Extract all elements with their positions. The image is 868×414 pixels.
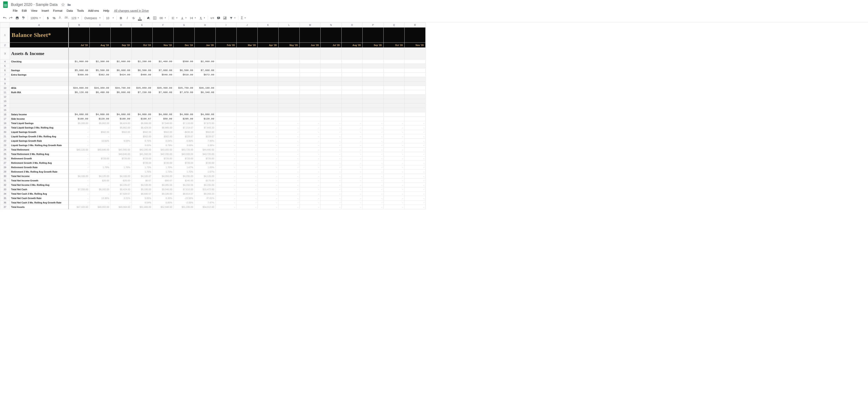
data-cell[interactable]: - [216,165,237,170]
data-cell[interactable]: - [279,174,300,179]
data-cell[interactable]: $295.00 [174,117,195,121]
percent-button[interactable]: % [51,15,57,21]
data-cell[interactable]: $720.00 [195,156,216,161]
data-cell[interactable] [342,68,363,73]
row-header-35[interactable]: 35 [0,196,10,200]
data-cell[interactable]: $51,466.00 [132,205,153,209]
cell[interactable] [342,28,363,43]
row-label-cell[interactable]: Roth IRA [10,90,69,95]
cell[interactable] [237,77,258,82]
data-cell[interactable]: $6,000.00 [111,68,132,73]
data-cell[interactable]: - [321,183,342,187]
month-header-cell[interactable]: Jan '20 [195,43,216,47]
data-cell[interactable]: $35,750.00 [174,86,195,90]
row-label-cell[interactable]: Retirement Growth Rate [10,165,69,170]
cell[interactable] [69,64,90,68]
data-cell[interactable]: $7,548.00 [153,121,174,126]
cell[interactable] [405,47,426,59]
data-cell[interactable]: $9,186.00 [132,187,153,192]
data-cell[interactable] [237,90,258,95]
data-cell[interactable]: - [342,139,363,143]
cell[interactable] [258,64,279,68]
data-cell[interactable]: - [321,121,342,126]
data-cell[interactable]: 8.04% [153,139,174,143]
data-cell[interactable]: - [342,170,363,174]
cell[interactable] [300,103,321,108]
row-header-31[interactable]: 31 [0,179,10,183]
data-cell[interactable]: $562.00 [153,134,174,139]
data-cell[interactable]: $548.00 [153,73,174,77]
data-cell[interactable] [237,68,258,73]
data-cell[interactable]: $43,000.00 [174,152,195,156]
data-cell[interactable]: $6,500.00 [132,68,153,73]
data-cell[interactable] [279,68,300,73]
data-cell[interactable]: $35,400.00 [153,86,174,90]
row-header-18[interactable]: 18 [0,121,10,126]
cell[interactable] [10,103,69,108]
data-cell[interactable]: $4,000.00 [69,112,90,117]
row-header-7[interactable]: 7 [0,73,10,77]
data-cell[interactable]: - [300,205,321,209]
text-wrap-button[interactable]: ▼ [189,17,197,20]
cell[interactable] [10,108,69,112]
cell[interactable] [405,28,426,43]
data-cell[interactable]: - [237,165,258,170]
data-cell[interactable]: $720.00 [132,156,153,161]
month-header-cell[interactable]: Jul '19 [69,43,90,47]
data-cell[interactable] [363,68,383,73]
data-cell[interactable]: - [300,170,321,174]
data-cell[interactable]: - [237,187,258,192]
data-cell[interactable] [279,112,300,117]
data-cell[interactable]: - [279,187,300,192]
data-cell[interactable]: $43,720.00 [195,152,216,156]
data-cell[interactable]: - [111,161,132,165]
data-cell[interactable] [258,86,279,90]
cell[interactable] [174,82,195,86]
cell[interactable] [383,99,405,103]
cell[interactable] [300,108,321,112]
data-cell[interactable]: - [363,121,383,126]
month-header-cell[interactable]: Feb '20 [216,43,237,47]
cell[interactable] [279,108,300,112]
bold-button[interactable]: B [118,15,124,21]
column-header-C[interactable]: C [90,23,111,28]
menu-help[interactable]: Help [101,8,111,13]
data-cell[interactable]: - [342,126,363,130]
cell[interactable] [111,77,132,82]
data-cell[interactable]: 1.76% [132,170,153,174]
data-cell[interactable]: - [342,152,363,156]
data-cell[interactable]: - [111,200,132,205]
data-cell[interactable] [363,90,383,95]
data-cell[interactable]: - [300,196,321,200]
data-cell[interactable]: - [363,205,383,209]
cell[interactable] [363,103,383,108]
cell[interactable] [10,77,69,82]
data-cell[interactable]: $40,840.00 [90,148,111,152]
data-cell[interactable]: - [258,165,279,170]
data-cell[interactable]: - [342,161,363,165]
cell[interactable] [174,28,195,43]
data-cell[interactable]: $4,150.56 [174,183,195,187]
data-cell[interactable] [383,117,405,121]
data-cell[interactable]: $672.00 [195,73,216,77]
data-cell[interactable]: - [405,130,426,134]
data-cell[interactable]: - [363,196,383,200]
column-header-G[interactable]: G [174,23,195,28]
data-cell[interactable]: - [69,170,90,174]
zoom-select[interactable]: 100%▼ [29,17,42,20]
menu-insert[interactable]: Insert [40,8,51,13]
data-cell[interactable]: - [237,161,258,165]
data-cell[interactable] [216,59,237,64]
data-cell[interactable]: $2,400.00 [153,59,174,64]
data-cell[interactable]: - [300,165,321,170]
data-cell[interactable] [258,68,279,73]
data-cell[interactable]: - [383,156,405,161]
data-cell[interactable]: - [342,134,363,139]
data-cell[interactable]: -$20.00 [111,179,132,183]
data-cell[interactable]: - [342,183,363,187]
cell[interactable] [300,47,321,59]
cell[interactable] [258,77,279,82]
data-cell[interactable]: $4,100.00 [69,174,90,179]
data-cell[interactable]: $35,050.00 [132,86,153,90]
data-cell[interactable]: - [90,161,111,165]
